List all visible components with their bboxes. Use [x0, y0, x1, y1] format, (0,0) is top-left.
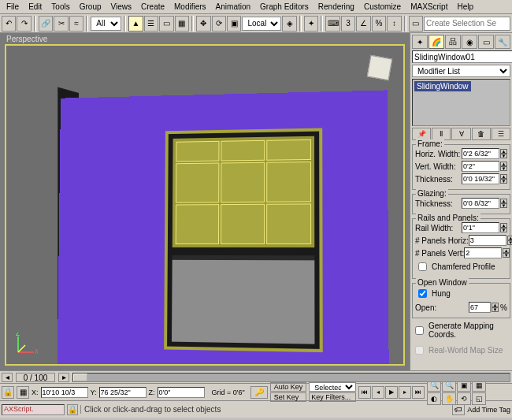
z-label: Z: — [149, 388, 155, 396]
modifier-stack[interactable]: SlidingWindow — [412, 79, 510, 126]
move-button[interactable]: ✥ — [196, 16, 210, 32]
utilities-tab[interactable]: 🔧 — [495, 35, 510, 49]
pin-stack-button[interactable]: 📌 — [412, 128, 431, 140]
selection-filter-select[interactable]: All — [91, 17, 121, 31]
spinner-down-icon[interactable]: ▼ — [503, 253, 510, 258]
spinner-down-icon[interactable]: ▼ — [500, 228, 507, 232]
menu-customize[interactable]: Customize — [359, 1, 406, 13]
sliding-window-object[interactable] — [164, 128, 323, 353]
spinner-down-icon[interactable]: ▼ — [492, 307, 499, 312]
autokey-button[interactable]: Auto Key — [270, 382, 307, 392]
spinner-down-icon[interactable]: ▼ — [500, 166, 507, 171]
make-unique-button[interactable]: ∀ — [451, 128, 470, 140]
vert-width-input[interactable] — [462, 161, 499, 172]
panels-horiz-input[interactable] — [469, 235, 506, 246]
perspective-viewport[interactable]: z x — [5, 44, 405, 366]
menu-animation[interactable]: Animation — [211, 1, 255, 13]
frame-thickness-input[interactable] — [462, 173, 499, 184]
redo-button[interactable]: ↷ — [17, 16, 31, 32]
menu-maxscript[interactable]: MAXScript — [406, 1, 452, 13]
hung-checkbox[interactable] — [418, 289, 427, 298]
hierarchy-tab[interactable]: 品 — [445, 35, 461, 49]
z-coord-input[interactable] — [158, 387, 205, 398]
open-percent-input[interactable] — [469, 302, 491, 313]
next-frame-button[interactable]: ▸ — [399, 386, 411, 399]
modifier-list-select[interactable]: Modifier List — [412, 65, 510, 77]
bind-space-warp-button[interactable]: ≈ — [69, 16, 83, 32]
menu-help[interactable]: Help — [452, 1, 478, 13]
named-selection-button[interactable]: ▭ — [409, 16, 423, 32]
unlink-button[interactable]: ✂ — [54, 16, 68, 32]
setkey-button[interactable]: Set Key — [270, 392, 307, 402]
key-filter-select[interactable]: Selected — [309, 382, 356, 392]
goto-start-button[interactable]: ⏮ — [358, 386, 371, 399]
mapping-coords-checkbox[interactable] — [415, 326, 424, 335]
configure-sets-button[interactable]: ☰ — [492, 128, 510, 140]
select-region-button[interactable]: ▭ — [159, 16, 173, 32]
spinner-down-icon[interactable]: ▼ — [500, 154, 507, 158]
lock-selection-button[interactable]: 🔒 — [2, 386, 14, 399]
spinner-down-icon[interactable]: ▼ — [507, 240, 512, 245]
maxscript-listener-input[interactable]: AXScript. — [2, 404, 65, 415]
select-object-button[interactable]: ▲ — [128, 16, 143, 32]
keyboard-shortcut-button[interactable]: ⌨ — [325, 16, 339, 32]
object-name-input[interactable] — [412, 50, 512, 63]
chamfered-checkbox[interactable] — [418, 262, 427, 271]
y-coord-input[interactable] — [99, 387, 147, 398]
frame-display[interactable]: 0 / 100 — [16, 373, 55, 382]
window-crossing-button[interactable]: ▦ — [175, 16, 189, 32]
select-by-name-button[interactable]: ☰ — [144, 16, 158, 32]
display-tab[interactable]: ▭ — [478, 35, 494, 49]
menu-views[interactable]: Views — [106, 1, 137, 13]
create-tab[interactable]: ✦ — [412, 35, 428, 49]
remove-modifier-button[interactable]: 🗑 — [472, 128, 491, 140]
fov-button[interactable]: ◐ — [427, 392, 441, 405]
viewcube[interactable] — [367, 55, 392, 80]
link-button[interactable]: 🔗 — [39, 16, 53, 32]
angle-snap-button[interactable]: ∠ — [356, 16, 370, 32]
time-ruler[interactable] — [72, 373, 510, 382]
x-coord-input[interactable] — [41, 387, 88, 398]
undo-button[interactable]: ↶ — [2, 16, 16, 32]
listener-lock-icon[interactable]: 🔒 — [67, 404, 78, 415]
menu-rendering[interactable]: Rendering — [314, 1, 359, 13]
viewport-label[interactable]: Perspective — [6, 35, 47, 43]
absolute-mode-button[interactable]: ▦ — [17, 386, 29, 399]
track-scroll-right[interactable]: ▸ — [58, 373, 69, 382]
snap-toggle-button[interactable]: 3 — [341, 16, 355, 32]
prev-frame-button[interactable]: ◂ — [372, 386, 384, 399]
modify-tab[interactable]: 🌈 — [429, 35, 444, 49]
play-button[interactable]: ▶ — [385, 386, 398, 399]
panels-vert-input[interactable] — [464, 247, 502, 258]
key-mode-icon[interactable]: 🔑 — [250, 386, 268, 399]
menu-group[interactable]: Group — [75, 1, 106, 13]
scale-button[interactable]: ▣ — [227, 16, 241, 32]
track-scroll-left[interactable]: ◂ — [2, 373, 13, 382]
rail-width-input[interactable] — [462, 222, 499, 233]
glazing-thickness-input[interactable] — [462, 198, 499, 209]
rotate-button[interactable]: ⟳ — [212, 16, 226, 32]
menu-tools[interactable]: Tools — [46, 1, 74, 13]
percent-snap-button[interactable]: % — [372, 16, 386, 32]
ref-coord-select[interactable]: Local — [242, 17, 281, 31]
spinner-snap-button[interactable]: ↕ — [387, 16, 401, 32]
select-manipulate-button[interactable]: ✦ — [304, 16, 318, 32]
named-selection-input[interactable] — [424, 17, 510, 31]
spinner-down-icon[interactable]: ▼ — [500, 179, 507, 184]
goto-end-button[interactable]: ⏭ — [412, 386, 425, 399]
stack-item-slidingwindow[interactable]: SlidingWindow — [414, 81, 471, 91]
menu-create[interactable]: Create — [136, 1, 169, 13]
motion-tab[interactable]: ◉ — [462, 35, 477, 49]
use-pivot-button[interactable]: ◈ — [282, 16, 296, 32]
time-tag-icon[interactable]: 🏷 — [452, 404, 465, 415]
menu-modifiers[interactable]: Modifiers — [169, 1, 211, 13]
menu-file[interactable]: File — [2, 1, 24, 13]
show-end-result-button[interactable]: Ⅱ — [432, 128, 451, 140]
menu-edit[interactable]: Edit — [24, 1, 46, 13]
key-filters-button[interactable]: Key Filters... — [309, 392, 356, 402]
horiz-width-input[interactable] — [462, 148, 499, 159]
menu-grapheditors[interactable]: Graph Editors — [255, 1, 314, 13]
spinner-down-icon[interactable]: ▼ — [500, 203, 507, 208]
add-time-tag-button[interactable]: Add Time Tag — [467, 406, 510, 414]
maximize-viewport-button[interactable]: ◱ — [472, 392, 486, 405]
